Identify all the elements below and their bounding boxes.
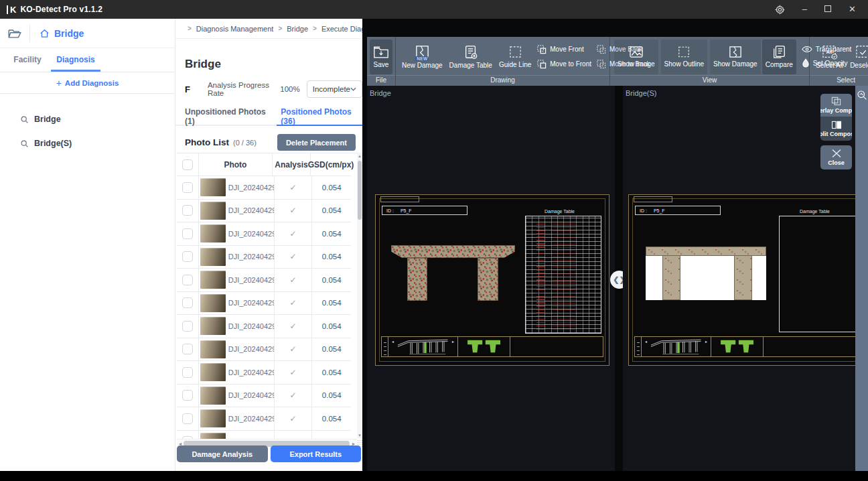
delete-placement-button[interactable]: Delete Placement	[277, 134, 356, 151]
status-select[interactable]: Incomplete	[307, 80, 362, 98]
row-checkbox[interactable]	[182, 228, 193, 239]
table-row[interactable]: DJI_20240429155 ✓ 0.054	[177, 315, 351, 338]
photo-thumbnail	[200, 387, 226, 405]
status-select-value: Incomplete	[313, 85, 350, 93]
vertical-scrollbar[interactable]: ▲ ▼	[357, 153, 362, 439]
row-checkbox[interactable]	[182, 297, 193, 308]
compare-mode-buttons: Overlay Compare Split Compose Close	[820, 94, 852, 169]
table-row[interactable]: DJI_20240429155 ✓ 0.054	[177, 222, 351, 246]
cad-sheet: ID : P5_F Damage Table ◄	[628, 194, 855, 366]
export-results-button[interactable]: Export Results	[271, 445, 362, 462]
pier-type-icon	[711, 337, 764, 356]
show-damage-button[interactable]: Show Damage	[710, 40, 761, 74]
table-row[interactable]: DJI_20240429155 ✓ 0.054	[177, 246, 351, 269]
table-row[interactable]: DJI_20240429155 ✓ 0.054	[177, 361, 351, 385]
select-all-button[interactable]: All Select All	[812, 40, 847, 74]
sidebar-item-diagnosis[interactable]: Bridge(S)	[0, 131, 175, 155]
table-row[interactable]: DJI_20240429155 ✓ 0.054	[177, 385, 351, 408]
damage-analysis-button[interactable]: Damage Analysis	[177, 445, 268, 462]
analysis-check-icon: ✓	[290, 368, 297, 377]
diagnosis-item-label: Bridge	[34, 115, 61, 124]
maximize-button[interactable]	[824, 0, 831, 19]
ribbon-group-label-file: File	[367, 75, 395, 85]
row-checkbox[interactable]	[182, 251, 193, 262]
row-checkbox[interactable]	[182, 205, 193, 216]
member-code: F	[185, 84, 190, 94]
photo-filename: DJI_20240429155	[228, 415, 274, 423]
open-folder-icon[interactable]	[0, 28, 29, 39]
row-checkbox[interactable]	[182, 321, 193, 332]
drawing-pane-bridge[interactable]: Bridge ID : P5_F Damage Table ◄	[367, 86, 615, 471]
photo-filename: DJI_20240429155	[228, 184, 274, 192]
search-icon	[20, 139, 29, 148]
add-diagnosis-button[interactable]: + Add Diagnosis	[0, 72, 175, 94]
damage-table-button[interactable]: Damage Table	[446, 40, 496, 74]
move-to-front-button[interactable]: Move to Front	[537, 60, 591, 69]
row-checkbox[interactable]	[182, 182, 193, 193]
table-row[interactable]: DJI_20240429155 ✓ 0.054	[177, 407, 351, 431]
sidebar: Bridge Facility Diagnosis + Add Diagnosi…	[0, 19, 175, 471]
settings-gear-icon[interactable]	[775, 5, 785, 15]
show-image-button[interactable]: Show Image	[614, 40, 658, 74]
tab-facility[interactable]: Facility	[7, 48, 48, 72]
move-front-button[interactable]: Move Front	[537, 45, 591, 54]
photo-thumbnail	[200, 433, 226, 439]
nav-left-icon: ◄	[644, 340, 648, 344]
photo-filename: DJI_20240429155	[228, 391, 274, 399]
photo-filename: DJI_20240429155	[228, 299, 274, 307]
zoom-reset-icon[interactable]	[857, 90, 867, 100]
scroll-down-arrow[interactable]: ▼	[357, 432, 362, 439]
row-checkbox[interactable]	[182, 413, 193, 424]
photo-table: Photo Analysis GSD(cm/px) DJI_2024042915…	[177, 153, 357, 439]
split-compose-button[interactable]: Split Compose	[820, 117, 852, 141]
breadcrumb-item-current: Execute Diagnosis	[321, 25, 362, 33]
tab-diagnosis[interactable]: Diagnosis	[55, 48, 96, 72]
row-checkbox[interactable]	[182, 344, 193, 354]
new-damage-button[interactable]: NEW New Damage	[399, 40, 446, 74]
collapsed-side-panel[interactable]	[855, 86, 868, 471]
scroll-up-arrow[interactable]: ▲	[357, 153, 362, 159]
table-row[interactable]: DJI_20240429155 ✓ 0.054	[177, 176, 351, 200]
compare-button[interactable]: Compare	[762, 40, 796, 74]
table-row[interactable]: DJI_20240429155 ✓ 0.054	[177, 338, 351, 362]
table-row[interactable]: DJI_20240429155 ✓ 0.054	[177, 431, 351, 439]
deselect-button[interactable]: Deselect	[847, 40, 868, 74]
tab-unpositioned-photos[interactable]: Unpositioned Photos (1)	[181, 107, 271, 125]
sheet-id-label: ID :	[640, 208, 647, 213]
show-outline-button[interactable]: Show Outline	[661, 40, 707, 74]
gsd-value: 0.054	[322, 299, 342, 307]
ribbon-group-label-drawing: Drawing	[396, 75, 609, 85]
image-icon	[629, 46, 644, 58]
maximize-icon	[824, 5, 831, 12]
analysis-check-icon: ✓	[290, 344, 297, 354]
minimize-button[interactable]: –	[802, 0, 807, 19]
table-row[interactable]: DJI_20240429155 ✓ 0.054	[177, 200, 351, 223]
svg-text:All: All	[826, 48, 832, 54]
guide-line-button[interactable]: Guide Line	[496, 40, 534, 74]
facility-title: Bridge	[54, 28, 84, 39]
row-checkbox[interactable]	[182, 390, 193, 401]
sidebar-item-diagnosis[interactable]: Bridge	[0, 107, 175, 131]
drawing-workspace: Save File NEW New Damage	[362, 19, 868, 471]
ribbon-group-label-select: Select	[810, 75, 868, 85]
breadcrumb-item[interactable]: Bridge	[287, 25, 308, 33]
photo-table-body: DJI_20240429155 ✓ 0.054 DJI_20240429155	[177, 176, 351, 439]
table-row[interactable]: DJI_20240429155 ✓ 0.054	[177, 269, 351, 292]
breadcrumb-item[interactable]: Diagnosis Management	[196, 25, 274, 33]
column-gsd: GSD(cm/px)	[310, 153, 351, 176]
tab-positioned-photos[interactable]: Positioned Photos (36)	[277, 107, 362, 125]
vertical-scroll-thumb[interactable]	[358, 161, 362, 220]
nav-right-icon: ►	[705, 340, 708, 344]
select-all-checkbox[interactable]	[182, 159, 193, 170]
close-button[interactable]: ✕	[849, 0, 856, 19]
save-button[interactable]: Save	[370, 40, 392, 74]
table-row[interactable]: DJI_20240429155 ✓ 0.054	[177, 292, 351, 316]
close-compare-button[interactable]: Close	[820, 145, 852, 169]
damage-table-grid	[525, 216, 601, 334]
row-checkbox[interactable]	[182, 275, 193, 285]
save-folder-icon	[373, 46, 389, 59]
row-checkbox[interactable]	[182, 367, 193, 378]
title-bar: K KO-Detect Pro v1.1.2 – ✕	[0, 0, 868, 19]
overlay-compare-button[interactable]: Overlay Compare	[820, 94, 852, 117]
analysis-check-icon: ✓	[290, 183, 297, 192]
